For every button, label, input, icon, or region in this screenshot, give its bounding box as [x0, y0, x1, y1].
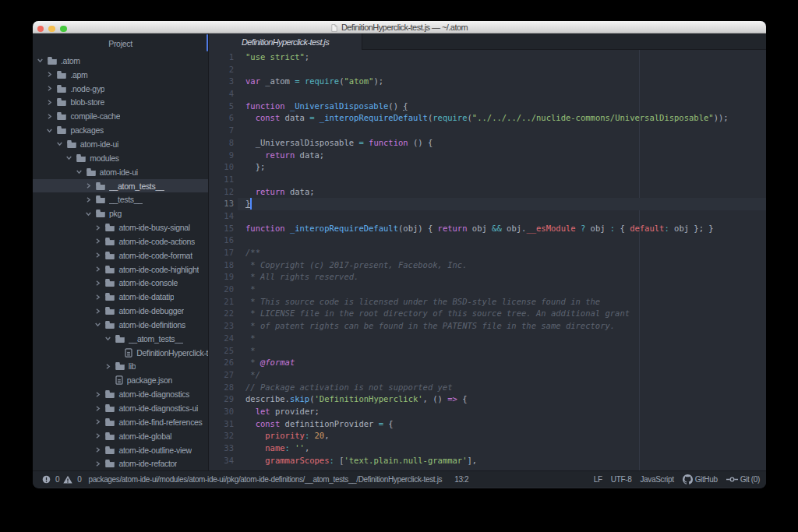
code-text: * [238, 284, 766, 296]
tree-folder-.apm[interactable]: .apm [33, 68, 208, 82]
code-line-18[interactable]: 18 * Copyright (c) 2017-present, Faceboo… [209, 259, 766, 272]
code-line-3[interactable]: 3var _atom = require("atom"); [209, 76, 766, 88]
code-line-14[interactable]: 14 [209, 210, 766, 223]
tree-folder-__atom_tests__[interactable]: __atom_tests__ [33, 179, 208, 193]
line-number: 29 [209, 393, 234, 406]
code-line-2[interactable]: 2 [209, 64, 766, 76]
code-line-20[interactable]: 20 * [209, 284, 766, 296]
line-ending-indicator[interactable]: LF [594, 475, 602, 484]
code-line-31[interactable]: 31 const definitionProvider = { [209, 418, 766, 431]
line-number: 18 [209, 259, 234, 272]
code-line-9[interactable]: 9 return data; [209, 150, 766, 162]
tree-folder-blob-store[interactable]: blob-store [33, 96, 208, 110]
tree-folder-atom-ide-diagnostics[interactable]: atom-ide-diagnostics [33, 387, 208, 401]
tree-folder-__atom_tests__[interactable]: __atom_tests__ [33, 332, 208, 346]
error-icon[interactable] [42, 475, 51, 484]
code-line-16[interactable]: 16 [209, 234, 766, 247]
git-indicator[interactable]: Git (0) [726, 475, 760, 484]
code-line-4[interactable]: 4 [209, 88, 766, 100]
code-line-34[interactable]: 34 grammarScopes: ['text.plain.null-gram… [209, 455, 766, 467]
github-indicator[interactable]: GitHub [683, 474, 718, 484]
tree-folder-modules[interactable]: modules [33, 151, 208, 165]
code-text: * [238, 345, 766, 358]
desktop-background: DefinitionHyperclick-test.js — ~/.atom P… [0, 0, 798, 532]
code-line-13[interactable]: 13} [209, 198, 766, 210]
tree-folder-pkg[interactable]: pkg [33, 206, 208, 220]
tree-folder-atom-ide-definitions[interactable]: atom-ide-definitions [33, 318, 208, 332]
code-line-25[interactable]: 25 * [209, 345, 766, 358]
tree-folder-atom-ide-busy-signal[interactable]: atom-ide-busy-signal [33, 220, 208, 234]
file-path[interactable]: packages/atom-ide-ui/modules/atom-ide-ui… [88, 475, 442, 484]
warning-count[interactable]: 0 [77, 475, 81, 484]
tree-file-DefinitionHyperclick-test.js[interactable]: DefinitionHyperclick-test.js [33, 346, 208, 360]
tree-folder-atom-ide-ui[interactable]: atom-ide-ui [33, 165, 208, 179]
tree-item-label: atom-ide-definitions [118, 320, 185, 329]
tree-folder-atom-ide-code-actions[interactable]: atom-ide-code-actions [33, 234, 208, 248]
code-line-1[interactable]: 1"use strict"; [209, 51, 766, 64]
folder-icon [105, 321, 115, 329]
code-text: /** [238, 247, 766, 259]
tree-folder-__tests__[interactable]: __tests__ [33, 192, 208, 206]
chevron-right-icon [47, 100, 57, 105]
text-editor[interactable]: 1"use strict";23var _atom = require("ato… [209, 50, 766, 470]
folder-icon [105, 252, 115, 259]
code-line-23[interactable]: 23 * of patent rights can be found in th… [209, 320, 766, 333]
code-line-6[interactable]: 6 const data = _interopRequireDefault(re… [209, 112, 766, 125]
code-text [238, 64, 766, 76]
code-line-32[interactable]: 32 priority: 20, [209, 430, 766, 442]
tree-folder-.node-gyp[interactable]: .node-gyp [33, 82, 208, 96]
code-line-11[interactable]: 11 [209, 174, 766, 186]
tree-folder-atom-ide-debugger[interactable]: atom-ide-debugger [33, 304, 208, 318]
encoding-indicator[interactable]: UTF-8 [611, 475, 632, 484]
code-line-12[interactable]: 12 return data; [209, 186, 766, 199]
code-line-17[interactable]: 17/** [209, 247, 766, 259]
code-line-29[interactable]: 29describe.skip('DefinitionHyperclick', … [209, 393, 766, 406]
warning-icon[interactable] [63, 475, 72, 484]
tree-folder-atom-ide-diagnostics-ui[interactable]: atom-ide-diagnostics-ui [33, 401, 208, 415]
line-number: 14 [209, 210, 234, 223]
code-line-15[interactable]: 15function _interopRequireDefault(obj) {… [209, 223, 766, 235]
code-line-26[interactable]: 26 * @format [209, 357, 766, 369]
tree-folder-atom-ide-refactor[interactable]: atom-ide-refactor [33, 456, 208, 470]
code-line-30[interactable]: 30 let provider; [209, 406, 766, 418]
grammar-indicator[interactable]: JavaScript [640, 475, 673, 484]
editor-pane: DefinitionHyperclick-test.js 1"use stric… [209, 33, 766, 470]
tree-folder-atom-ide-code-format[interactable]: atom-ide-code-format [33, 248, 208, 262]
tree-folder-compile-cache[interactable]: compile-cache [33, 109, 208, 123]
folder-icon [57, 98, 66, 106]
code-line-10[interactable]: 10 }; [209, 161, 766, 174]
error-count[interactable]: 0 [55, 475, 59, 484]
code-line-19[interactable]: 19 * All rights reserved. [209, 271, 766, 284]
tree-folder-atom-ide-global[interactable]: atom-ide-global [33, 429, 208, 443]
tree-view-scrollbar[interactable] [207, 34, 208, 51]
code-line-21[interactable]: 21 * This source code is licensed under … [209, 296, 766, 308]
tree-folder-atom-ide-datatip[interactable]: atom-ide-datatip [33, 290, 208, 304]
tab-bar: DefinitionHyperclick-test.js [209, 33, 766, 50]
tree-folder-packages[interactable]: packages [33, 123, 208, 137]
tree-folder-atom-ide-find-references[interactable]: atom-ide-find-references [33, 415, 208, 429]
tab-definitionhyperclick-test[interactable]: DefinitionHyperclick-test.js [209, 33, 362, 50]
tree-file-package.json[interactable]: package.json [33, 373, 208, 387]
chevron-right-icon [95, 280, 105, 286]
code-line-27[interactable]: 27 */ [209, 369, 766, 382]
code-line-8[interactable]: 8 _UniversalDisposable = function () { [209, 137, 766, 150]
folder-icon [105, 293, 115, 301]
atom-window: DefinitionHyperclick-test.js — ~/.atom P… [33, 21, 766, 488]
code-line-24[interactable]: 24 * [209, 333, 766, 345]
tree-folder-atom-ide-ui[interactable]: atom-ide-ui [33, 137, 208, 151]
code-line-33[interactable]: 33 name: '', [209, 442, 766, 455]
tree-folder-.atom[interactable]: .atom [33, 54, 208, 68]
code-line-5[interactable]: 5function _UniversalDisposable() { [209, 100, 766, 113]
code-text: * All rights reserved. [238, 271, 766, 284]
tree-folder-atom-ide-code-highlight[interactable]: atom-ide-code-highlight [33, 262, 208, 277]
tree-folder-atom-ide-outline-view[interactable]: atom-ide-outline-view [33, 443, 208, 457]
code-line-28[interactable]: 28// Package activation is not supported… [209, 382, 766, 394]
cursor-position[interactable]: 13:2 [454, 475, 468, 484]
tree-folder-atom-ide-console[interactable]: atom-ide-console [33, 277, 208, 291]
code-line-22[interactable]: 22 * LICENSE file in the root directory … [209, 308, 766, 320]
chevron-down-icon [86, 211, 96, 217]
tree-folder-lib[interactable]: lib [33, 360, 208, 374]
folder-icon [87, 168, 96, 176]
window-titlebar[interactable]: DefinitionHyperclick-test.js — ~/.atom [33, 21, 766, 33]
code-line-7[interactable]: 7 [209, 125, 766, 137]
